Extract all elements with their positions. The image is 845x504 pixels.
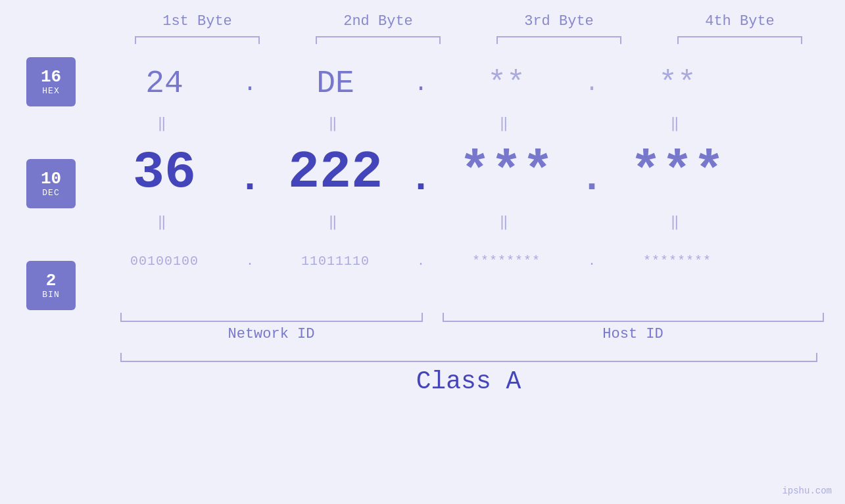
bottom-bracket-section: Network ID Host ID bbox=[107, 313, 831, 342]
network-id-label: Network ID bbox=[228, 326, 314, 342]
bracket-line-4 bbox=[677, 36, 802, 44]
host-id-section: Host ID bbox=[436, 313, 831, 342]
class-label: Class A bbox=[107, 367, 831, 396]
dec-badge-num: 10 bbox=[41, 170, 61, 189]
bin-val-1: 00100100 bbox=[92, 254, 237, 269]
byte-headers: 1st Byte 2nd Byte 3rd Byte 4th Byte bbox=[107, 13, 831, 30]
main-container: 1st Byte 2nd Byte 3rd Byte 4th Byte 16 H… bbox=[0, 0, 845, 504]
hex-dot-3: . bbox=[579, 70, 605, 97]
hex-val-4: ** bbox=[605, 66, 750, 101]
equals-2-2: ‖ bbox=[263, 213, 408, 231]
hex-val-3: ** bbox=[434, 66, 579, 101]
bin-row: 00100100 . 11011110 . ******** . *******… bbox=[92, 235, 815, 287]
byte-header-2: 2nd Byte bbox=[306, 13, 450, 30]
equals-2-4: ‖ bbox=[605, 213, 750, 231]
rows-wrapper: 16 HEX 10 DEC 2 BIN 24 . DE . ** . ** bbox=[0, 57, 845, 310]
bracket-cell-3 bbox=[487, 36, 631, 44]
equals-1-4: ‖ bbox=[605, 114, 750, 132]
byte-header-4: 4th Byte bbox=[667, 13, 812, 30]
network-id-section: Network ID bbox=[107, 313, 436, 342]
hex-badge-num: 16 bbox=[41, 68, 61, 87]
hex-badge: 16 HEX bbox=[26, 57, 76, 106]
equals-2-3: ‖ bbox=[434, 213, 579, 231]
equals-1-2: ‖ bbox=[263, 114, 408, 132]
grid-rows: 24 . DE . ** . ** ‖ ‖ ‖ ‖ 36 . bbox=[92, 57, 815, 310]
hex-dot-1: . bbox=[237, 70, 263, 97]
dec-dot-1: . bbox=[237, 146, 263, 198]
dec-val-1: 36 bbox=[92, 143, 237, 202]
equals-row-1: ‖ ‖ ‖ ‖ bbox=[92, 110, 815, 136]
bin-dot-1: . bbox=[237, 254, 263, 269]
network-bracket-line bbox=[120, 313, 423, 322]
dec-dot-3: . bbox=[579, 146, 605, 198]
bracket-cell-4 bbox=[667, 36, 812, 44]
hex-badge-label: HEX bbox=[42, 86, 59, 96]
equals-row-2: ‖ ‖ ‖ ‖ bbox=[92, 208, 815, 235]
equals-1-1: ‖ bbox=[92, 114, 237, 132]
top-brackets-row bbox=[107, 36, 831, 44]
hex-val-2: DE bbox=[263, 66, 408, 101]
dec-val-3: *** bbox=[434, 143, 579, 202]
dec-row: 36 . 222 . *** . *** bbox=[92, 136, 815, 208]
bin-val-2: 11011110 bbox=[263, 254, 408, 269]
host-bracket-line bbox=[443, 313, 824, 322]
bin-dot-3: . bbox=[579, 254, 605, 269]
host-id-label: Host ID bbox=[602, 326, 663, 342]
hex-val-1: 24 bbox=[92, 66, 237, 101]
class-section: Class A bbox=[107, 353, 831, 396]
byte-header-1: 1st Byte bbox=[125, 13, 270, 30]
hex-row: 24 . DE . ** . ** bbox=[92, 57, 815, 110]
equals-1-3: ‖ bbox=[434, 114, 579, 132]
watermark: ipshu.com bbox=[782, 486, 832, 496]
badges-column: 16 HEX 10 DEC 2 BIN bbox=[0, 57, 92, 310]
dec-val-2: 222 bbox=[263, 143, 408, 202]
dec-val-4: *** bbox=[605, 143, 750, 202]
equals-2-1: ‖ bbox=[92, 213, 237, 231]
bin-val-3: ******** bbox=[434, 254, 579, 269]
bin-badge-label: BIN bbox=[42, 290, 59, 300]
dec-badge: 10 DEC bbox=[26, 159, 76, 208]
bin-val-4: ******** bbox=[605, 254, 750, 269]
brackets-and-labels: Network ID Host ID bbox=[107, 313, 831, 342]
byte-header-3: 3rd Byte bbox=[487, 13, 631, 30]
class-bracket-line bbox=[120, 353, 817, 362]
bracket-cell-2 bbox=[306, 36, 450, 44]
bracket-line-3 bbox=[496, 36, 621, 44]
bracket-cell-1 bbox=[125, 36, 270, 44]
dec-badge-label: DEC bbox=[42, 188, 59, 198]
dec-dot-2: . bbox=[408, 146, 434, 198]
bracket-line-2 bbox=[316, 36, 441, 44]
hex-dot-2: . bbox=[408, 70, 434, 97]
bin-badge: 2 BIN bbox=[26, 261, 76, 310]
bracket-line-1 bbox=[135, 36, 260, 44]
bin-badge-num: 2 bbox=[46, 271, 57, 290]
bin-dot-2: . bbox=[408, 254, 434, 269]
